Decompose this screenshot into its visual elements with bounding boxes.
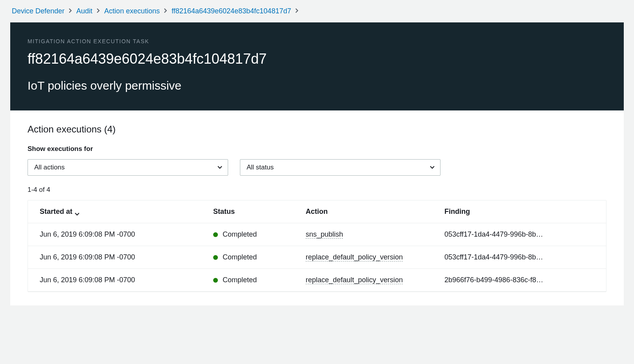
table-body: Jun 6, 2019 6:09:08 PM -0700Completedsns… [28, 223, 606, 292]
cell-started-at: Jun 6, 2019 6:09:08 PM -0700 [28, 253, 201, 261]
header-task-id: ff82164a6439e6024e83b4fc104817d7 [28, 51, 606, 67]
status-text: Completed [223, 276, 257, 284]
action-link[interactable]: replace_default_policy_version [306, 276, 403, 284]
status-text: Completed [223, 230, 257, 239]
breadcrumb-link-audit[interactable]: Audit [76, 7, 92, 15]
task-header: MITIGATION ACTION EXECUTION TASK ff82164… [10, 22, 624, 110]
action-link[interactable]: replace_default_policy_version [306, 253, 403, 261]
breadcrumb-link-action-executions[interactable]: Action executions [104, 7, 160, 15]
cell-action: replace_default_policy_version [294, 276, 433, 284]
col-header-finding-label: Finding [444, 208, 470, 216]
col-header-started[interactable]: Started at [28, 208, 201, 216]
status-text: Completed [223, 253, 257, 261]
cell-started-at: Jun 6, 2019 6:09:08 PM -0700 [28, 230, 201, 239]
cell-status: Completed [201, 253, 294, 261]
cell-status: Completed [201, 276, 294, 284]
content-panel: Action executions (4) Show executions fo… [10, 110, 624, 305]
caret-down-icon [217, 166, 222, 169]
col-header-status-label: Status [213, 208, 235, 216]
col-header-action[interactable]: Action [294, 208, 433, 216]
breadcrumb-link-task-id[interactable]: ff82164a6439e6024e83b4fc104817d7 [171, 7, 291, 15]
chevron-right-icon [68, 8, 72, 15]
breadcrumb-link-device-defender[interactable]: Device Defender [12, 7, 65, 15]
cell-finding: 053cff17-1da4-4479-996b-8b… [433, 253, 606, 261]
chevron-right-icon [96, 8, 100, 15]
executions-table: Started at Status Action Finding Jun 6, … [28, 200, 606, 292]
status-dot-icon [213, 255, 218, 260]
status-dot-icon [213, 278, 218, 283]
actions-select-value: All actions [34, 164, 65, 171]
status-dot-icon [213, 232, 218, 237]
status-select[interactable]: All status [240, 159, 440, 176]
cell-finding: 2b966f76-b499-4986-836c-f8… [433, 276, 606, 284]
col-header-status[interactable]: Status [201, 208, 294, 216]
cell-action: replace_default_policy_version [294, 253, 433, 261]
header-eyebrow: MITIGATION ACTION EXECUTION TASK [28, 38, 606, 44]
chevron-right-icon [295, 8, 299, 15]
actions-select[interactable]: All actions [28, 159, 228, 176]
chevron-down-icon [75, 210, 79, 214]
filter-label: Show executions for [28, 145, 606, 153]
cell-status: Completed [201, 230, 294, 239]
col-header-action-label: Action [306, 208, 328, 216]
caret-down-icon [430, 166, 435, 169]
breadcrumb: Device Defender Audit Action executions … [0, 0, 634, 22]
table-row: Jun 6, 2019 6:09:08 PM -0700Completedrep… [28, 269, 606, 292]
cell-action: sns_publish [294, 230, 433, 239]
table-row: Jun 6, 2019 6:09:08 PM -0700Completedrep… [28, 246, 606, 269]
cell-started-at: Jun 6, 2019 6:09:08 PM -0700 [28, 276, 201, 284]
table-row: Jun 6, 2019 6:09:08 PM -0700Completedsns… [28, 223, 606, 246]
status-select-value: All status [247, 164, 274, 171]
cell-finding: 053cff17-1da4-4479-996b-8b… [433, 230, 606, 239]
header-check-name: IoT policies overly permissive [28, 79, 606, 92]
section-title: Action executions (4) [28, 124, 606, 135]
chevron-right-icon [164, 8, 168, 15]
action-link[interactable]: sns_publish [306, 230, 343, 239]
table-header-row: Started at Status Action Finding [28, 200, 606, 223]
pagination-range: 1-4 of 4 [28, 186, 606, 194]
col-header-started-label: Started at [40, 208, 72, 216]
col-header-finding[interactable]: Finding [433, 208, 606, 216]
filter-row: All actions All status [28, 159, 606, 176]
